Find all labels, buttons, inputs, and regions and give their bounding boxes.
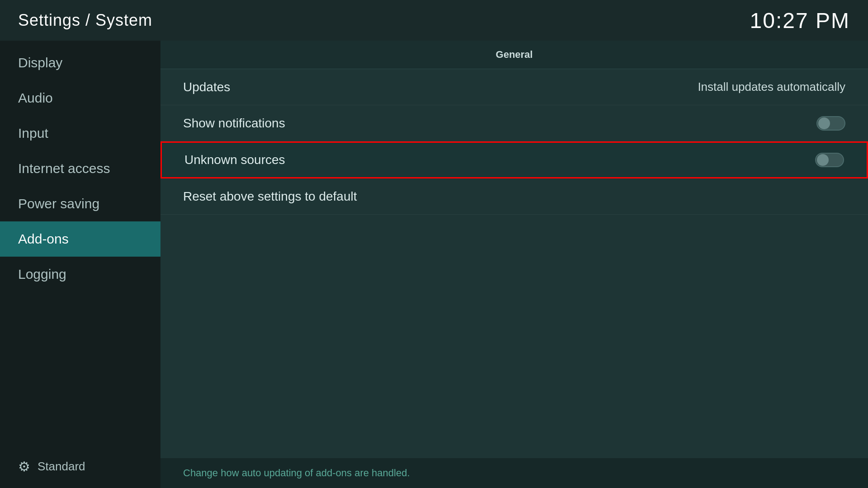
- sidebar-item-power-saving[interactable]: Power saving: [0, 186, 160, 221]
- row-show-notifications[interactable]: Show notifications: [160, 105, 868, 141]
- header: Settings / System 10:27 PM: [0, 0, 868, 41]
- sidebar-footer: ⚙ Standard: [0, 445, 160, 488]
- content-body: General Updates Install updates automati…: [160, 41, 868, 458]
- updates-label: Updates: [183, 80, 230, 94]
- unknown-sources-toggle[interactable]: [815, 153, 844, 167]
- sidebar-footer-label: Standard: [38, 460, 85, 474]
- sidebar-item-internet-access[interactable]: Internet access: [0, 151, 160, 186]
- sidebar-item-audio[interactable]: Audio: [0, 80, 160, 116]
- row-updates[interactable]: Updates Install updates automatically: [160, 69, 868, 105]
- show-notifications-label: Show notifications: [183, 116, 285, 131]
- sidebar-item-display[interactable]: Display: [0, 45, 160, 80]
- reset-label: Reset above settings to default: [183, 189, 357, 204]
- page-title: Settings / System: [18, 11, 152, 30]
- sidebar-item-add-ons[interactable]: Add-ons: [0, 221, 160, 257]
- row-reset[interactable]: Reset above settings to default: [160, 178, 868, 215]
- section-header: General: [160, 41, 868, 69]
- sidebar: Display Audio Input Internet access Powe…: [0, 41, 160, 488]
- clock: 10:27 PM: [750, 8, 850, 33]
- row-unknown-sources[interactable]: Unknown sources: [160, 141, 868, 178]
- show-notifications-toggle[interactable]: [816, 116, 845, 131]
- help-text: Change how auto updating of add-ons are …: [160, 458, 868, 488]
- unknown-sources-label: Unknown sources: [184, 153, 285, 167]
- sidebar-item-logging[interactable]: Logging: [0, 257, 160, 292]
- sidebar-item-input[interactable]: Input: [0, 116, 160, 151]
- main-container: Display Audio Input Internet access Powe…: [0, 41, 868, 488]
- updates-value: Install updates automatically: [698, 80, 845, 94]
- gear-icon: ⚙: [18, 459, 30, 474]
- content-area: General Updates Install updates automati…: [160, 41, 868, 488]
